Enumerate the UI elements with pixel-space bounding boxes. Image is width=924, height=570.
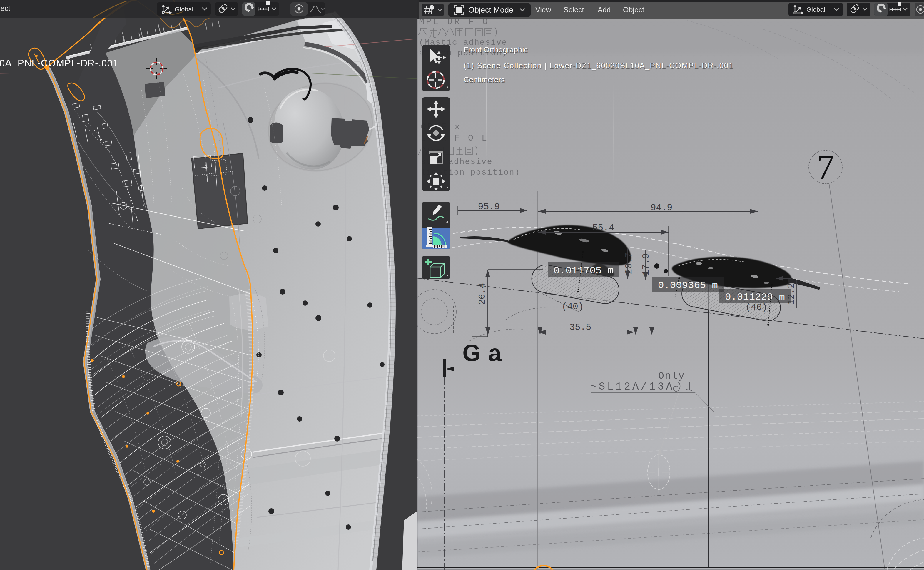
svg-text:Select: Select (564, 6, 584, 14)
svg-text:20.7: 20.7 (624, 253, 634, 274)
svg-text:7: 7 (817, 148, 834, 186)
svg-text:0.009365 m: 0.009365 m (658, 280, 718, 291)
svg-text:94.9: 94.9 (651, 202, 672, 213)
svg-text:Centimeters: Centimeters (464, 75, 505, 84)
svg-text:0.011229 m: 0.011229 m (725, 292, 785, 303)
svg-text:(1) Scene Collection | Lower-D: (1) Scene Collection | Lower-DZ1_60020SL… (464, 61, 734, 70)
svg-text:(40): (40) (746, 302, 767, 313)
svg-text:ject: ject (0, 4, 10, 12)
svg-text:G: G (463, 340, 481, 366)
svg-text:~SL12A/13A: ~SL12A/13A (590, 381, 674, 393)
svg-text:35.5: 35.5 (570, 322, 591, 332)
svg-text:0.011705 m: 0.011705 m (553, 265, 614, 276)
svg-text:0A_PNL-COMPL-DR-.001: 0A_PNL-COMPL-DR-.001 (0, 58, 118, 69)
svg-text:Object Mode: Object Mode (468, 6, 513, 14)
svg-text:Object: Object (623, 6, 644, 14)
svg-text:Front Orthographic: Front Orthographic (464, 45, 528, 54)
svg-text:a: a (488, 340, 501, 366)
svg-text:Add: Add (598, 6, 611, 14)
svg-text:Global: Global (806, 6, 825, 13)
svg-text:17.9: 17.9 (641, 253, 651, 275)
svg-text:95.9: 95.9 (478, 202, 500, 212)
svg-text:Only: Only (658, 371, 685, 382)
svg-text:View: View (535, 6, 552, 14)
svg-text:26.4: 26.4 (477, 283, 487, 305)
svg-text:55.4: 55.4 (592, 223, 614, 233)
svg-text:Global: Global (175, 6, 193, 13)
svg-text:(40): (40) (562, 302, 584, 312)
